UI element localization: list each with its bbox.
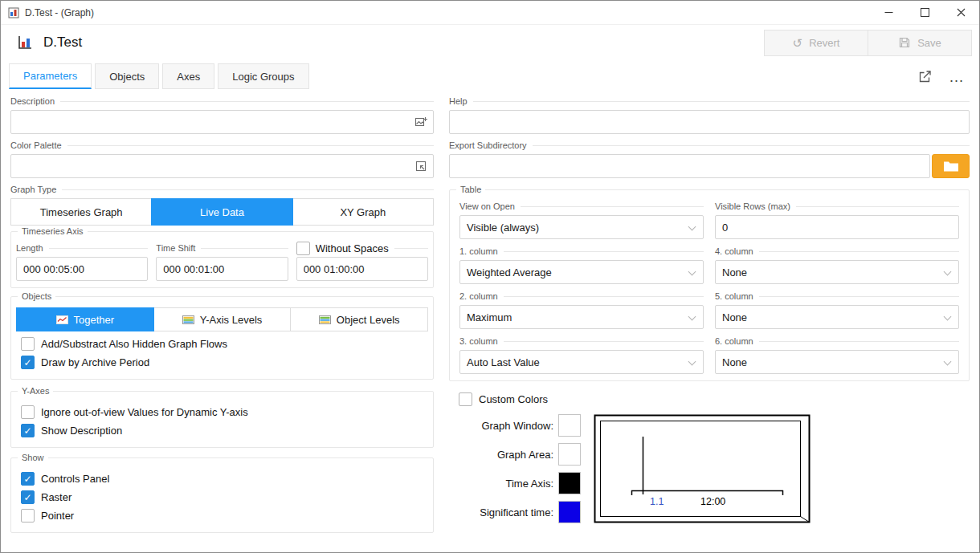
select-column-1[interactable]: Weighted Average <box>459 260 704 284</box>
minimize-button[interactable] <box>871 1 907 24</box>
significant-time-label: Significant time: <box>480 506 553 518</box>
graph-type-label: Graph Type <box>10 184 434 195</box>
export-subdirectory-input[interactable] <box>449 154 930 178</box>
browse-folder-button[interactable] <box>932 154 970 178</box>
graph-preview-canvas: 1.1 12:00 <box>594 414 811 523</box>
column-4-field: 4. column None <box>715 246 959 284</box>
checkbox-controls-panel[interactable] <box>21 472 35 486</box>
select-column-6[interactable]: None <box>715 350 959 374</box>
select-view-on-open[interactable]: Visible (always) <box>459 215 704 239</box>
together-icon <box>56 315 68 324</box>
help-input[interactable] <box>449 110 970 134</box>
object-levels-icon <box>319 315 331 324</box>
segment-timeseries-graph[interactable]: Timeseries Graph <box>10 198 152 226</box>
folder-icon <box>943 161 959 173</box>
visible-rows-label: Visible Rows (max) <box>715 201 959 212</box>
header: D.Test ↺ Revert Save <box>1 25 979 60</box>
segment-object-levels[interactable]: Object Levels <box>290 307 428 331</box>
export-icon[interactable] <box>917 69 933 84</box>
swatch-time-axis[interactable] <box>558 472 581 494</box>
app-icon <box>8 7 19 18</box>
revert-icon: ↺ <box>793 37 803 49</box>
checkbox-raster[interactable] <box>21 490 35 504</box>
tab-parameters[interactable]: Parameters <box>9 63 92 89</box>
checkbox-row-custom-colors[interactable]: Custom Colors <box>459 392 970 406</box>
segment-together[interactable]: Together <box>16 307 154 331</box>
segment-object-levels-label: Object Levels <box>337 314 400 326</box>
objects-group-label: Objects <box>18 291 55 302</box>
checkbox-custom-colors[interactable] <box>459 392 472 406</box>
tab-logic-groups[interactable]: Logic Groups <box>218 63 308 89</box>
column-1-value: Weighted Average <box>467 266 552 279</box>
close-icon <box>957 8 966 17</box>
maximize-icon <box>921 8 929 17</box>
export-subdirectory-field: Export Subdirectory <box>449 140 970 178</box>
checkbox-draw-by-archive-period[interactable] <box>21 356 35 369</box>
color-palette-label: Color Palette <box>10 140 434 151</box>
save-label: Save <box>917 37 941 49</box>
checkbox-without-spaces[interactable] <box>296 242 310 255</box>
swatch-significant-time[interactable] <box>558 501 581 523</box>
select-column-3[interactable]: Auto Last Value <box>459 350 704 374</box>
column-3-field: 3. column Auto Last Value <box>459 335 704 374</box>
pointer-label: Pointer <box>41 510 74 522</box>
pick-icon <box>414 160 427 173</box>
save-icon <box>898 36 911 49</box>
select-column-4[interactable]: None <box>715 260 959 284</box>
column-6-field: 6. column None <box>715 335 959 374</box>
page-title: D.Test <box>43 35 764 51</box>
close-button[interactable] <box>943 1 979 24</box>
checkbox-row-controls-panel[interactable]: Controls Panel <box>21 470 423 487</box>
select-column-2[interactable]: Maximum <box>459 305 704 329</box>
checkbox-show-description[interactable] <box>21 424 35 437</box>
preview-date-label: 1.1 <box>650 496 664 507</box>
tab-objects[interactable]: Objects <box>95 63 159 89</box>
segment-y-axis-levels[interactable]: Y-Axis Levels <box>153 307 292 331</box>
add-substract-label: Add/Substract Also Hidden Graph Flows <box>41 338 227 350</box>
description-input[interactable] <box>10 110 434 134</box>
objects-segmented: Together Y-Axis Levels <box>16 307 428 331</box>
y-axes-group-label: Y-Axes <box>18 386 53 396</box>
segment-live-data[interactable]: Live Data <box>151 198 292 226</box>
column-1-field: 1. column Weighted Average <box>459 246 704 284</box>
visible-rows-input[interactable] <box>715 215 959 239</box>
save-button[interactable]: Save <box>868 30 972 56</box>
select-column-5[interactable]: None <box>715 305 959 329</box>
view-on-open-value: Visible (always) <box>467 222 539 234</box>
more-button[interactable]: … <box>949 73 965 81</box>
swatch-graph-area[interactable] <box>558 443 581 466</box>
swatch-graph-window[interactable] <box>558 414 581 437</box>
tab-axes[interactable]: Axes <box>162 63 214 89</box>
window-title: D.Test - (Graph) <box>25 7 871 18</box>
revert-button[interactable]: ↺ Revert <box>764 30 868 56</box>
color-palette-input[interactable] <box>10 154 434 178</box>
length-input[interactable] <box>16 257 148 281</box>
controls-panel-label: Controls Panel <box>41 473 109 485</box>
dtest-logo-icon <box>17 35 33 51</box>
checkbox-ignore-out-of-view[interactable] <box>21 405 35 419</box>
show-description-label: Show Description <box>41 425 122 437</box>
checkbox-row-show-description[interactable]: Show Description <box>21 422 423 439</box>
without-spaces-input[interactable] <box>296 257 428 281</box>
time-shift-field: Time Shift <box>156 242 288 281</box>
checkbox-row-add-substract[interactable]: Add/Substract Also Hidden Graph Flows <box>21 335 423 352</box>
add-image-button[interactable] <box>411 112 431 132</box>
checkbox-row-ignore-out-of-view[interactable]: Ignore out-of-view Values for Dynamic Y-… <box>21 404 423 421</box>
time-axis-label: Time Axis: <box>506 478 553 490</box>
checkbox-row-pointer[interactable]: Pointer <box>21 507 423 524</box>
maximize-button[interactable] <box>907 1 943 24</box>
checkbox-row-draw-by-archive[interactable]: Draw by Archive Period <box>21 354 423 371</box>
checkbox-pointer[interactable] <box>21 509 35 523</box>
graph-area-label: Graph Area: <box>497 449 553 461</box>
checkbox-add-substract-hidden-flows[interactable] <box>21 337 35 351</box>
segment-xy-graph[interactable]: XY Graph <box>292 198 434 226</box>
description-label: Description <box>10 96 434 107</box>
without-spaces-label: Without Spaces <box>316 242 389 254</box>
view-on-open-field: View on Open Visible (always) <box>459 201 704 239</box>
time-axis-color-row: Time Axis: <box>459 472 581 494</box>
time-shift-input[interactable] <box>156 257 288 281</box>
tab-tools: … <box>917 69 971 89</box>
checkbox-row-raster[interactable]: Raster <box>21 489 423 506</box>
pick-palette-button[interactable] <box>411 157 431 176</box>
segment-together-label: Together <box>74 314 115 326</box>
